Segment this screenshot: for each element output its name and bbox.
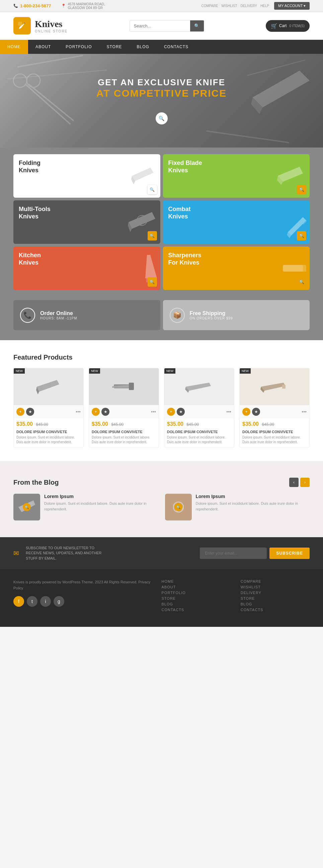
cart-button[interactable]: 🛒 Cart 0 ITEM(S) xyxy=(266,20,310,32)
wishlist-link[interactable]: WISHLIST xyxy=(221,4,237,8)
footer-link-delivery[interactable]: DELIVERY xyxy=(241,591,310,595)
blog-thumb-zoom-1[interactable]: 🔍 xyxy=(23,503,31,511)
footer-link-store2[interactable]: STORE xyxy=(241,596,310,600)
cart-icon: 🛒 xyxy=(271,23,277,29)
category-combat[interactable]: CombatKnives 🔍 xyxy=(163,200,310,244)
help-link[interactable]: HELP xyxy=(260,4,269,8)
category-sharpeners[interactable]: SharpenersFor Knives 🔍 xyxy=(163,247,310,290)
product-card: NEW + ★ ••• $35.00 $45.00 DOLORE IPSUM C… xyxy=(89,368,159,447)
footer-link-contacts[interactable]: CONTACTS xyxy=(162,608,231,612)
topbar-left: 📞 1-800-234-5677 📍 4578 MARMORA ROAD, GL… xyxy=(13,2,105,10)
product-badge: NEW xyxy=(14,368,25,374)
category-fixed[interactable]: Fixed BladeKnives 🔍 xyxy=(163,154,310,198)
category-sharpeners-zoom[interactable]: 🔍 xyxy=(297,277,306,287)
price-old: $45.00 xyxy=(36,422,48,427)
category-multi-zoom[interactable]: 🔍 xyxy=(148,231,157,241)
service-order[interactable]: 📞 Order Online HOURS: 8AM -11PM xyxy=(13,300,160,330)
product-badge: NEW xyxy=(89,368,100,374)
service-shipping[interactable]: 📦 Free Shipping ON ORDERS OVER $99 xyxy=(163,300,310,330)
category-fixed-zoom[interactable]: 🔍 xyxy=(297,185,306,194)
hero-search-button[interactable]: 🔍 xyxy=(156,113,168,124)
footer-nav-col-1: HOME ABOUT PORTFOLIO STORE BLOG CONTACTS xyxy=(162,579,231,614)
add-to-cart-button[interactable]: + xyxy=(17,408,24,416)
blog-next-button[interactable]: › xyxy=(300,478,310,487)
facebook-button[interactable]: f xyxy=(13,596,24,607)
featured-products-section: Featured Products NEW + ★ ••• $35.00 $45… xyxy=(0,340,323,461)
more-options[interactable]: ••• xyxy=(301,409,306,414)
product-image-2: NEW xyxy=(89,368,159,405)
logo-sub: ONLINE STORE xyxy=(35,29,68,33)
blog-prev-button[interactable]: ‹ xyxy=(289,478,299,487)
footer-link-portfolio[interactable]: PORTFOLIO xyxy=(162,591,231,595)
price-current: $35.00 xyxy=(17,421,33,427)
product-name-2: DOLORE IPSUM CONVIVETE xyxy=(89,430,159,435)
footer-link-about[interactable]: ABOUT xyxy=(162,585,231,589)
account-button[interactable]: MY ACCOUNT ▾ xyxy=(274,2,310,10)
twitter-button[interactable]: t xyxy=(27,596,37,607)
more-options[interactable]: ••• xyxy=(151,409,156,414)
footer-link-contacts2[interactable]: CONTACTS xyxy=(241,608,310,612)
blog-title: From the Blog xyxy=(13,479,59,486)
more-options[interactable]: ••• xyxy=(226,409,231,414)
footer-link-blog[interactable]: BLOG xyxy=(162,602,231,606)
phone-number[interactable]: 1-800-234-5677 xyxy=(20,3,51,8)
nav-portfolio[interactable]: PORTFOLIO xyxy=(58,40,99,54)
nav-blog[interactable]: BLOG xyxy=(129,40,157,54)
cart-count: 0 ITEM(S) xyxy=(289,24,304,28)
category-kitchen-zoom[interactable]: 🔍 xyxy=(148,277,157,287)
zoom-icon: 🔍 xyxy=(299,234,304,238)
cart-label: Cart xyxy=(279,23,287,28)
blog-thumb-zoom-2[interactable]: 🔍 xyxy=(174,503,182,511)
compare-link[interactable]: COMPARE xyxy=(202,4,218,8)
add-to-wishlist-button[interactable]: ★ xyxy=(101,408,110,416)
product-desc-1: Dolore ipsum. Sunt et incididunt labore.… xyxy=(14,435,83,447)
instagram-button[interactable]: i xyxy=(40,596,51,607)
more-options[interactable]: ••• xyxy=(76,409,81,414)
footer-link-home[interactable]: HOME xyxy=(162,579,231,583)
product-actions-1: + ★ ••• xyxy=(14,405,83,418)
price-old: $45.00 xyxy=(111,422,123,427)
nav-contacts[interactable]: CONTACTS xyxy=(157,40,196,54)
category-folding[interactable]: FoldingKnives 🔍 xyxy=(13,154,160,198)
footer-link-wishlist[interactable]: WISHLIST xyxy=(241,585,310,589)
svg-rect-12 xyxy=(129,383,134,390)
footer-nav-col-2: COMPARE WISHLIST DELIVERY STORE BLOG CON… xyxy=(241,579,310,614)
newsletter-email-input[interactable] xyxy=(200,548,267,559)
product-name-4: DOLORE IPSUM CONVIVETE xyxy=(240,430,309,435)
nav-store[interactable]: STORE xyxy=(99,40,129,54)
svg-rect-13 xyxy=(282,385,286,389)
add-to-wishlist-button[interactable]: ★ xyxy=(177,408,185,416)
footer-link-compare[interactable]: COMPARE xyxy=(241,579,310,583)
google-plus-button[interactable]: g xyxy=(54,596,64,607)
add-to-cart-button[interactable]: + xyxy=(242,408,251,416)
main-nav: HOME ABOUT PORTFOLIO STORE BLOG CONTACTS xyxy=(0,40,323,54)
search-button[interactable]: 🔍 xyxy=(190,21,204,31)
footer-social: f t i g xyxy=(13,596,152,607)
product-desc-4: Dolore ipsum. Sunt et incididunt labore.… xyxy=(240,435,309,447)
category-combat-zoom[interactable]: 🔍 xyxy=(297,231,306,241)
category-kitchen-title: KitchenKnives xyxy=(19,252,155,266)
search-input[interactable] xyxy=(130,21,190,31)
shipping-icon: 📦 xyxy=(170,308,185,323)
blog-content-2: Lorem Ipsum Dolore ipsum. Sunt et incidi… xyxy=(196,494,310,521)
hero-content: GET AN EXCLUSIVE KNIFE AT COMPETITIVE PR… xyxy=(96,77,227,124)
address-text: 4578 MARMORA ROAD, GLASGOW D04 89 GR xyxy=(68,2,105,10)
product-name-3: DOLORE IPSUM CONVIVETE xyxy=(164,430,234,435)
add-to-wishlist-button[interactable]: ★ xyxy=(252,408,260,416)
footer-link-blog2[interactable]: BLOG xyxy=(241,602,310,606)
category-multi-title: Multi-ToolsKnives xyxy=(19,206,155,220)
add-to-wishlist-button[interactable]: ★ xyxy=(26,408,34,416)
nav-about[interactable]: ABOUT xyxy=(28,40,58,54)
add-to-cart-button[interactable]: + xyxy=(92,408,100,416)
footer-link-store[interactable]: STORE xyxy=(162,596,231,600)
svg-rect-0 xyxy=(18,22,22,26)
add-to-cart-button[interactable]: + xyxy=(167,408,175,416)
category-folding-zoom[interactable]: 🔍 xyxy=(148,185,157,194)
delivery-link[interactable]: DELIVERY xyxy=(241,4,257,8)
product-price-3: $35.00 $45.00 xyxy=(164,418,234,430)
blog-grid: 🔍 Lorem Ipsum Dolore ipsum. Sunt et inci… xyxy=(13,494,310,521)
category-multi[interactable]: Multi-ToolsKnives 🔍 xyxy=(13,200,160,244)
category-kitchen[interactable]: KitchenKnives 🔍 xyxy=(13,247,160,290)
nav-home[interactable]: HOME xyxy=(0,40,28,54)
newsletter-subscribe-button[interactable]: SUBSCRIBE xyxy=(269,548,310,559)
